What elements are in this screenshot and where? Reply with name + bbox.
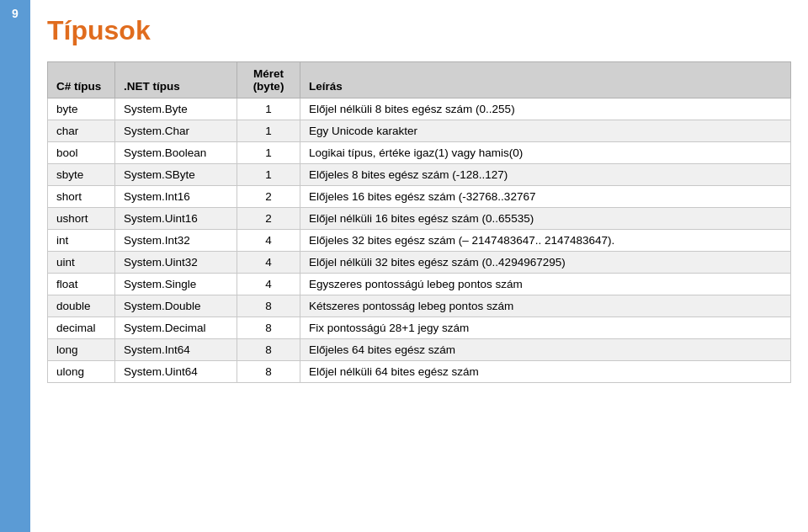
table-row: boolSystem.Boolean1Logikai típus, értéke…	[48, 142, 791, 164]
table-row: sbyteSystem.SByte1Előjeles 8 bites egész…	[48, 164, 791, 186]
page-number: 9	[12, 7, 19, 20]
page-number-bar: 9	[0, 0, 30, 532]
table-row: intSystem.Int324Előjeles 32 bites egész …	[48, 230, 791, 252]
cell-nettype: System.Uint16	[115, 208, 237, 230]
table-row: doubleSystem.Double8Kétszeres pontosság …	[48, 295, 791, 317]
cell-size: 2	[237, 186, 300, 208]
cell-cstype: double	[48, 295, 115, 317]
cell-desc: Egy Unicode karakter	[300, 120, 791, 142]
cell-cstype: long	[48, 339, 115, 361]
cell-nettype: System.Decimal	[115, 317, 237, 339]
table-row: shortSystem.Int162Előjeles 16 bites egés…	[48, 186, 791, 208]
cell-size: 8	[237, 361, 300, 383]
cell-size: 8	[237, 339, 300, 361]
cell-cstype: ulong	[48, 361, 115, 383]
main-content: Típusok C# típus .NET típus Méret(byte) …	[30, 0, 808, 400]
cell-cstype: float	[48, 274, 115, 295]
table-row: floatSystem.Single4Egyszeres pontosságú …	[48, 274, 791, 295]
cell-cstype: int	[48, 230, 115, 252]
cell-size: 4	[237, 252, 300, 274]
cell-cstype: ushort	[48, 208, 115, 230]
table-row: longSystem.Int648Előjeles 64 bites egész…	[48, 339, 791, 361]
cell-cstype: byte	[48, 98, 115, 120]
col-header-nettype: .NET típus	[115, 62, 237, 98]
table-body: byteSystem.Byte1Előjel nélküli 8 bites e…	[48, 98, 791, 383]
cell-cstype: uint	[48, 252, 115, 274]
cell-desc: Egyszeres pontosságú lebeg pontos szám	[300, 274, 791, 295]
cell-size: 8	[237, 295, 300, 317]
cell-cstype: decimal	[48, 317, 115, 339]
cell-size: 2	[237, 208, 300, 230]
cell-size: 1	[237, 120, 300, 142]
cell-cstype: short	[48, 186, 115, 208]
types-table: C# típus .NET típus Méret(byte) Leírás b…	[47, 61, 791, 383]
cell-nettype: System.Int64	[115, 339, 237, 361]
cell-desc: Előjeles 16 bites egész szám (-32768..32…	[300, 186, 791, 208]
cell-desc: Előjeles 64 bites egész szám	[300, 339, 791, 361]
table-row: byteSystem.Byte1Előjel nélküli 8 bites e…	[48, 98, 791, 120]
table-row: ushortSystem.Uint162Előjel nélküli 16 bi…	[48, 208, 791, 230]
cell-nettype: System.Double	[115, 295, 237, 317]
cell-nettype: System.SByte	[115, 164, 237, 186]
table-header-row: C# típus .NET típus Méret(byte) Leírás	[48, 62, 791, 98]
cell-desc: Előjel nélküli 8 bites egész szám (0..25…	[300, 98, 791, 120]
cell-nettype: System.Single	[115, 274, 237, 295]
cell-desc: Fix pontosságú 28+1 jegy szám	[300, 317, 791, 339]
table-row: decimalSystem.Decimal8Fix pontosságú 28+…	[48, 317, 791, 339]
cell-cstype: sbyte	[48, 164, 115, 186]
cell-desc: Előjel nélküli 32 bites egész szám (0..4…	[300, 252, 791, 274]
cell-desc: Logikai típus, értéke igaz(1) vagy hamis…	[300, 142, 791, 164]
col-header-size: Méret(byte)	[237, 62, 300, 98]
col-header-cstype: C# típus	[48, 62, 115, 98]
cell-desc: Előjeles 32 bites egész szám (– 21474836…	[300, 230, 791, 252]
cell-nettype: System.Uint32	[115, 252, 237, 274]
cell-nettype: System.Char	[115, 120, 237, 142]
cell-size: 8	[237, 317, 300, 339]
cell-nettype: System.Byte	[115, 98, 237, 120]
cell-size: 1	[237, 164, 300, 186]
cell-nettype: System.Boolean	[115, 142, 237, 164]
cell-cstype: bool	[48, 142, 115, 164]
cell-desc: Kétszeres pontosság lebeg pontos szám	[300, 295, 791, 317]
table-row: charSystem.Char1Egy Unicode karakter	[48, 120, 791, 142]
cell-size: 1	[237, 98, 300, 120]
cell-desc: Előjeles 8 bites egész szám (-128..127)	[300, 164, 791, 186]
cell-nettype: System.Int32	[115, 230, 237, 252]
table-row: ulongSystem.Uint648Előjel nélküli 64 bit…	[48, 361, 791, 383]
cell-desc: Előjel nélküli 64 bites egész szám	[300, 361, 791, 383]
cell-nettype: System.Int16	[115, 186, 237, 208]
cell-cstype: char	[48, 120, 115, 142]
col-header-desc: Leírás	[300, 62, 791, 98]
cell-size: 1	[237, 142, 300, 164]
cell-desc: Előjel nélküli 16 bites egész szám (0..6…	[300, 208, 791, 230]
cell-size: 4	[237, 274, 300, 295]
table-row: uintSystem.Uint324Előjel nélküli 32 bite…	[48, 252, 791, 274]
cell-size: 4	[237, 230, 300, 252]
page-title: Típusok	[47, 15, 791, 46]
cell-nettype: System.Uint64	[115, 361, 237, 383]
